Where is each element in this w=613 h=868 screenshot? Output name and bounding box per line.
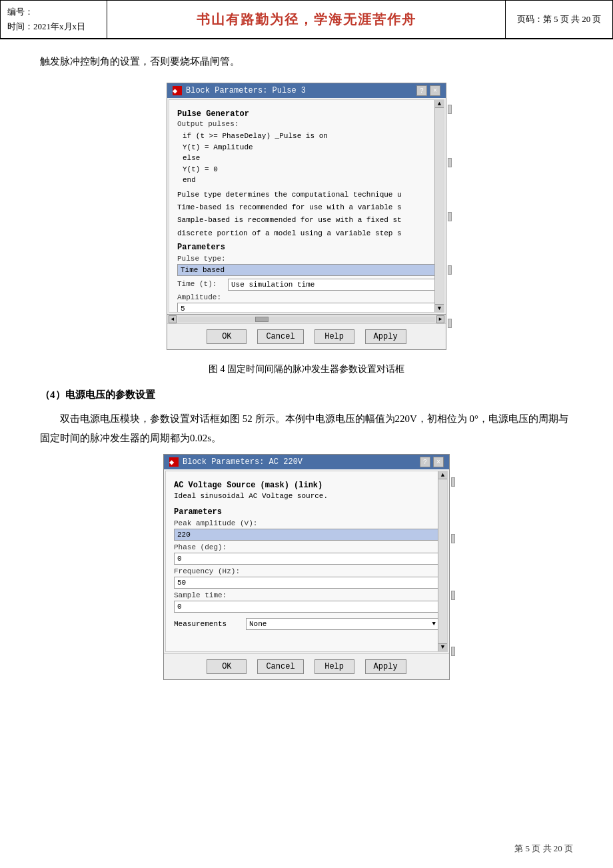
edge-mark-2 bbox=[448, 158, 452, 167]
dialog1-titlebar: ◆ Block Parameters: Pulse 3 ? × bbox=[167, 83, 446, 98]
dialog2-sample-row: Sample time: bbox=[174, 591, 439, 613]
dialog1-params: Parameters Pulse type: Time (t): bbox=[177, 243, 436, 313]
dialog2-help-btn2[interactable]: Help bbox=[314, 659, 354, 674]
dialog1-footer: OK Cancel Help Apply bbox=[167, 323, 446, 349]
header-date-label: 时间：2021年x月x日 bbox=[7, 19, 100, 34]
dialog2-phase-input[interactable] bbox=[174, 553, 439, 565]
dialog1-wrapper: ◆ Block Parameters: Pulse 3 ? × Pulse Ge… bbox=[167, 83, 446, 350]
dialog1-hscroll-right[interactable]: ► bbox=[436, 315, 444, 323]
dialog1-time-input[interactable] bbox=[228, 279, 436, 291]
dialog2-titlebar: ◆ Block Parameters: AC 220V ? × bbox=[164, 455, 449, 469]
dialog1-help-btn2[interactable]: Help bbox=[314, 329, 354, 344]
dialog1-amplitude-row: Amplitude: bbox=[177, 293, 436, 313]
dialog2-peak-input[interactable] bbox=[174, 529, 439, 541]
edge-mark-d2-4 bbox=[451, 647, 455, 656]
dialog1-apply-btn[interactable]: Apply bbox=[365, 329, 406, 344]
dialog1-amplitude-label: Amplitude: bbox=[177, 293, 436, 301]
dialog1-hscroll-left[interactable]: ◄ bbox=[169, 315, 177, 323]
dialog1-time-inline: Time (t): bbox=[177, 279, 436, 291]
edge-mark-d2-2 bbox=[451, 534, 455, 543]
dialog1-output-label: Pulse Generator bbox=[177, 109, 436, 119]
figure1-caption: 图 4 固定时间间隔的脉冲发生器参数设置对话框 bbox=[40, 363, 573, 375]
dialog2-measurements-value: None bbox=[249, 620, 267, 628]
dropdown-arrow-icon[interactable]: ▼ bbox=[432, 621, 436, 627]
dialog2-sample-label: Sample time: bbox=[174, 591, 439, 599]
dialog2-measurements-label: Measurements bbox=[174, 620, 241, 628]
dialog1-ok-btn[interactable]: OK bbox=[207, 329, 247, 344]
dialog1-hscrollbar[interactable]: ◄ ► bbox=[167, 314, 446, 323]
dialog1-vscroll-up[interactable]: ▲ bbox=[435, 100, 444, 108]
dialog2-title-btns[interactable]: ? × bbox=[420, 457, 444, 467]
dialog2-freq-input[interactable] bbox=[174, 577, 439, 589]
dialog1-pulse-type-label: Pulse type: bbox=[177, 255, 436, 263]
dialog2-vscroll-up[interactable]: ▲ bbox=[438, 471, 447, 479]
header-number-label: 编号： bbox=[7, 5, 100, 19]
dialog2-vscrollbar[interactable]: ▲ ▼ bbox=[438, 471, 447, 651]
dialog1-pulse-type-row: Pulse type: bbox=[177, 255, 436, 276]
dialog2-sample-input[interactable] bbox=[174, 601, 439, 613]
header-left: 编号： 时间：2021年x月x日 bbox=[1, 1, 107, 38]
dialog2-help-btn[interactable]: ? bbox=[420, 457, 430, 467]
dialog1-amplitude-input[interactable] bbox=[177, 303, 436, 313]
dialog2-params-label: Parameters bbox=[174, 507, 439, 517]
dialog2-cancel-btn[interactable]: Cancel bbox=[257, 659, 303, 674]
edge-mark-d2-1 bbox=[451, 477, 455, 487]
dialog1-hscroll-track bbox=[178, 317, 435, 322]
dialog1-container: ◆ Block Parameters: Pulse 3 ? × Pulse Ge… bbox=[40, 83, 573, 350]
dialog2-icon: ◆ bbox=[169, 457, 179, 467]
dialog1-edge-marks bbox=[448, 83, 452, 350]
dialog1-time-label: Time (t): bbox=[177, 280, 224, 288]
dialog1-desc4: discrete portion of a model using a vari… bbox=[177, 229, 436, 239]
header-center: 书山有路勤为径，学海无涯苦作舟 bbox=[107, 1, 506, 38]
dialog1: ◆ Block Parameters: Pulse 3 ? × Pulse Ge… bbox=[167, 83, 446, 350]
dialog1-help-btn[interactable]: ? bbox=[416, 85, 427, 96]
code-line-2: Y(t) = Amplitude bbox=[177, 142, 436, 153]
dialog1-vscrollbar[interactable]: ▲ ▼ bbox=[434, 100, 444, 312]
dialog1-hscroll-thumb[interactable] bbox=[255, 317, 269, 322]
dialog2-edge-marks bbox=[451, 454, 455, 679]
dialog2-close-btn[interactable]: × bbox=[433, 457, 444, 467]
dialog2-ok-btn[interactable]: OK bbox=[207, 659, 247, 674]
dialog2-source-label: AC Voltage Source (mask) (link) bbox=[174, 481, 439, 490]
dialog2-phase-row: Phase (deg): bbox=[174, 543, 439, 565]
dialog2-vscroll-down[interactable]: ▼ bbox=[438, 643, 447, 651]
dialog2-measurements-select[interactable]: None ▼ bbox=[246, 618, 439, 630]
dialog1-desc3: Sample-based is recommended for use with… bbox=[177, 215, 436, 225]
dialog1-time-row: Time (t): bbox=[177, 279, 436, 291]
dialog1-close-btn[interactable]: × bbox=[430, 85, 440, 96]
edge-mark-1 bbox=[448, 105, 452, 114]
header-motto: 书山有路勤为径，学海无涯苦作舟 bbox=[197, 11, 416, 29]
code-line-4: Y(t) = 0 bbox=[177, 164, 436, 175]
dialog2: ◆ Block Parameters: AC 220V ? × AC Volta… bbox=[163, 454, 450, 679]
dialog2-body: AC Voltage Source (mask) (link) Ideal si… bbox=[165, 471, 448, 651]
dialog2-footer: OK Cancel Help Apply bbox=[164, 653, 449, 679]
edge-mark-5 bbox=[448, 319, 452, 328]
dialog1-code: if (t >= PhaseDelay) _Pulse is on Y(t) =… bbox=[177, 129, 436, 187]
page-footer: 第 5 页 共 20 页 bbox=[514, 843, 573, 855]
dialog2-peak-label: Peak amplitude (V): bbox=[174, 519, 439, 527]
header-page-info: 页码：第 5 页 共 20 页 bbox=[506, 1, 612, 38]
dialog1-params-label: Parameters bbox=[177, 243, 436, 252]
dialog2-measurements-row: Measurements None ▼ bbox=[174, 618, 439, 630]
page-header: 编号： 时间：2021年x月x日 书山有路勤为径，学海无涯苦作舟 页码：第 5 … bbox=[0, 0, 613, 39]
dialog2-title-text: Block Parameters: AC 220V bbox=[183, 457, 303, 467]
dialog2-apply-btn[interactable]: Apply bbox=[365, 659, 406, 674]
dialog2-peak-row: Peak amplitude (V): bbox=[174, 519, 439, 541]
dialog1-vscroll-down[interactable]: ▼ bbox=[435, 304, 444, 312]
intro-text: 触发脉冲控制角的设置，否则要烧坏晶闸管。 bbox=[40, 53, 573, 71]
dialog1-title-left: ◆ Block Parameters: Pulse 3 bbox=[173, 86, 306, 95]
dialog1-cancel-btn[interactable]: Cancel bbox=[257, 329, 303, 344]
dialog1-body: Pulse Generator Output pulses: if (t >= … bbox=[169, 99, 444, 313]
section4-paragraph: 双击电源电压模块，参数设置对话框如图 52 所示。本例中电源电压的幅值为220V… bbox=[40, 409, 573, 447]
dialog1-title-btns[interactable]: ? × bbox=[416, 85, 440, 96]
edge-mark-4 bbox=[448, 265, 452, 275]
dialog1-pulse-type-input[interactable] bbox=[177, 264, 436, 276]
dialog2-freq-label: Frequency (Hz): bbox=[174, 567, 439, 575]
dialog1-output-sub: Output pulses: bbox=[177, 120, 436, 128]
section4-heading: （4）电源电压的参数设置 bbox=[40, 389, 573, 401]
code-line-3: else bbox=[177, 153, 436, 164]
edge-mark-d2-3 bbox=[451, 591, 455, 600]
code-line-1: if (t >= PhaseDelay) _Pulse is on bbox=[177, 131, 436, 142]
edge-mark-3 bbox=[448, 212, 452, 221]
dialog1-title-text: Block Parameters: Pulse 3 bbox=[186, 86, 306, 95]
